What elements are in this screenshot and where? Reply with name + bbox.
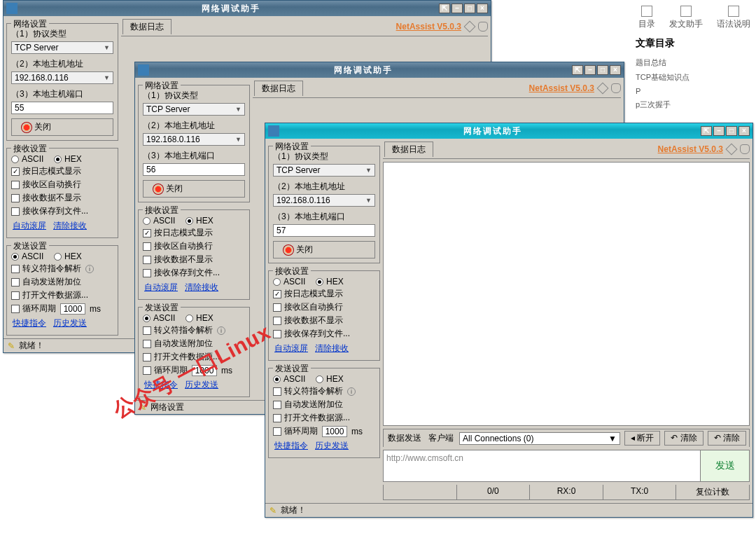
- send-label: 数据发送: [386, 432, 423, 444]
- protocol-select[interactable]: TCP Server▼: [143, 103, 245, 116]
- diamond-icon[interactable]: [464, 21, 476, 33]
- disconnect-button[interactable]: ◂ 断开: [624, 431, 660, 446]
- sidebar-icon-syntax[interactable]: 语法说明: [717, 6, 750, 30]
- check-no-show[interactable]: [273, 317, 281, 325]
- close-button[interactable]: 关闭: [143, 180, 245, 198]
- sidebar-item[interactable]: P: [636, 85, 750, 97]
- check-log-mode[interactable]: [273, 290, 281, 298]
- check-period[interactable]: [273, 427, 281, 436]
- check-escape[interactable]: [273, 387, 281, 396]
- group-send: 发送设置 ASCII HEX 转义符指令解析i 自动发送附加位 打开文件数据源.…: [268, 368, 380, 458]
- radio-hex[interactable]: [54, 156, 62, 163]
- check-open-file[interactable]: [273, 414, 281, 422]
- send-button[interactable]: 发送: [700, 450, 749, 481]
- status-text: 就绪！: [19, 340, 44, 352]
- diamond-icon[interactable]: [726, 144, 738, 156]
- check-escape[interactable]: [11, 265, 20, 273]
- check-auto-send[interactable]: [11, 278, 20, 287]
- minimize-icon[interactable]: –: [584, 65, 596, 75]
- titlebar[interactable]: 网络调试助手 ⇱ – □ ×: [265, 123, 752, 139]
- radio-send-ascii[interactable]: [273, 375, 281, 383]
- sidebar-icon-send[interactable]: 发文助手: [669, 6, 703, 30]
- link-history[interactable]: 历史发送: [53, 317, 87, 329]
- sidebar-title: 文章目录: [636, 37, 750, 50]
- info-icon[interactable]: i: [85, 265, 94, 273]
- check-open-file[interactable]: [11, 291, 20, 300]
- titlebar[interactable]: 网络调试助手 ⇱ – □ ×: [4, 1, 491, 16]
- host-select[interactable]: 192.168.0.116▼: [11, 71, 113, 84]
- hand-icon: ✎: [270, 506, 276, 516]
- brand-label[interactable]: NetAssist V5.0.3: [658, 144, 723, 154]
- maximize-icon[interactable]: □: [464, 4, 475, 13]
- maximize-icon[interactable]: □: [726, 126, 737, 136]
- sidebar-item[interactable]: p三次握手: [636, 97, 750, 112]
- group-send: 发送设置 ASCII HEX 转义符指令解析i 自动发送附加位 打开文件数据源.…: [6, 245, 118, 336]
- minimize-icon[interactable]: –: [451, 4, 463, 13]
- radio-send-hex[interactable]: [54, 253, 62, 261]
- bell-icon[interactable]: [740, 144, 750, 154]
- close-icon[interactable]: ×: [610, 65, 621, 75]
- link-auto-scroll[interactable]: 自动滚屏: [274, 343, 308, 354]
- info-icon[interactable]: i: [347, 387, 356, 396]
- radio-ascii[interactable]: [11, 156, 19, 163]
- port-input[interactable]: [273, 224, 375, 237]
- pin-icon[interactable]: ⇱: [439, 4, 450, 13]
- radio-send-hex[interactable]: [316, 375, 323, 383]
- status-text: 就绪！: [281, 504, 306, 516]
- link-auto-scroll[interactable]: 自动滚屏: [13, 220, 46, 232]
- link-quick-cmd[interactable]: 快捷指令: [274, 440, 308, 452]
- radio-ascii[interactable]: [273, 278, 281, 286]
- tab-data-log[interactable]: 数据日志: [384, 142, 433, 157]
- maximize-icon[interactable]: □: [597, 65, 608, 75]
- port-input[interactable]: [11, 102, 113, 114]
- titlebar[interactable]: 网络调试助手 ⇱ – □ ×: [135, 62, 624, 78]
- group-recv: 接收设置 ASCII HEX 按日志模式显示 接收区自动换行 接收数据不显示 接…: [268, 270, 380, 361]
- check-auto-wrap[interactable]: [273, 303, 281, 312]
- tab-data-log[interactable]: 数据日志: [254, 81, 303, 96]
- clear-button-2[interactable]: ↶ 清除: [708, 431, 746, 446]
- host-select[interactable]: 192.168.0.116▼: [273, 194, 375, 207]
- minimize-icon[interactable]: –: [713, 126, 724, 136]
- host-select[interactable]: 192.168.0.116▼: [143, 133, 245, 146]
- reset-count-button[interactable]: 复位计数: [676, 485, 749, 499]
- check-auto-wrap[interactable]: [11, 181, 20, 189]
- link-history[interactable]: 历史发送: [315, 440, 349, 452]
- port-input[interactable]: [143, 163, 245, 176]
- radio-send-ascii[interactable]: [11, 253, 19, 261]
- window-3-front: 网络调试助手 ⇱ – □ × 网络设置 （1）协议类型 TCP Server▼ …: [265, 123, 753, 518]
- period-input[interactable]: [322, 426, 347, 437]
- sidebar-item[interactable]: TCP基础知识点: [636, 70, 750, 85]
- brand-label[interactable]: NetAssist V5.0.3: [396, 22, 461, 32]
- period-input[interactable]: [60, 303, 85, 315]
- app-icon: [6, 3, 18, 14]
- clear-button-1[interactable]: ↶ 清除: [664, 431, 703, 446]
- protocol-select[interactable]: TCP Server▼: [11, 41, 113, 54]
- app-icon: [268, 125, 279, 137]
- check-log-mode[interactable]: [11, 167, 20, 176]
- check-period[interactable]: [11, 305, 20, 313]
- sidebar-item[interactable]: 题目总结: [636, 55, 750, 70]
- link-quick-cmd[interactable]: 快捷指令: [13, 317, 46, 329]
- check-save-file[interactable]: [11, 207, 20, 216]
- close-button[interactable]: 关闭: [273, 241, 375, 258]
- send-input[interactable]: http://www.cmsoft.cn: [384, 450, 700, 481]
- pin-icon[interactable]: ⇱: [572, 65, 583, 75]
- pin-icon[interactable]: ⇱: [701, 126, 712, 136]
- close-icon[interactable]: ×: [738, 126, 750, 136]
- protocol-select[interactable]: TCP Server▼: [273, 164, 375, 177]
- hand-icon: ✎: [8, 341, 15, 351]
- link-clear-recv[interactable]: 清除接收: [315, 343, 349, 354]
- connections-combo[interactable]: All Connections (0)▼: [459, 432, 620, 445]
- bell-icon[interactable]: [478, 22, 488, 32]
- sidebar-icon-toc[interactable]: 目录: [638, 6, 655, 30]
- check-auto-send[interactable]: [273, 401, 281, 409]
- close-icon[interactable]: ×: [477, 4, 488, 13]
- log-area[interactable]: [383, 162, 750, 426]
- group-network: 网络设置 （1）协议类型 TCP Server▼ （2）本地主机地址 192.1…: [138, 85, 250, 202]
- radio-hex[interactable]: [316, 278, 323, 286]
- tab-data-log[interactable]: 数据日志: [122, 19, 172, 34]
- close-button[interactable]: 关闭: [11, 118, 113, 136]
- check-save-file[interactable]: [273, 330, 281, 338]
- link-clear-recv[interactable]: 清除接收: [53, 220, 87, 232]
- check-no-show[interactable]: [11, 194, 20, 202]
